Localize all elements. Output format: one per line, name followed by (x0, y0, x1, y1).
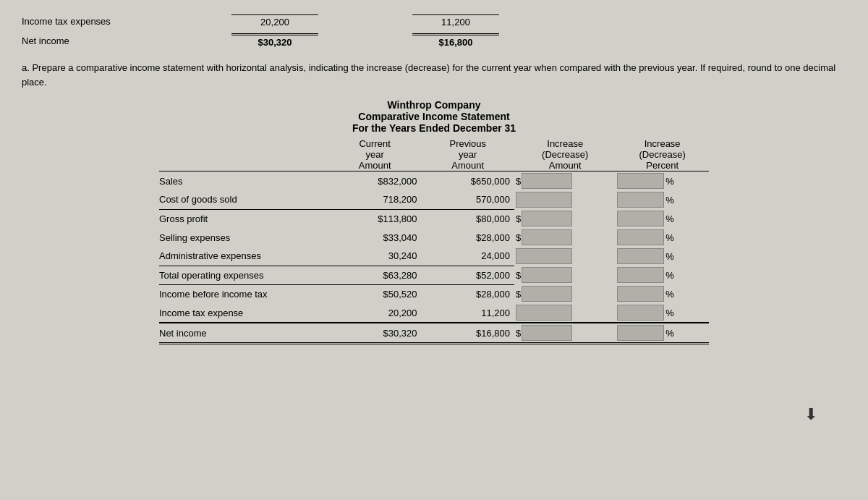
row-label: Total operating expenses (159, 266, 328, 284)
increase-percent-cell: % (616, 171, 709, 191)
increase-percent-cell: % (616, 266, 709, 284)
row-label: Administrative expenses (159, 247, 328, 266)
net-income-previous: $16,800 (412, 33, 499, 48)
income-tax-label: Income tax expenses (22, 16, 166, 27)
increase-percent-cell: % (616, 303, 709, 323)
current-amount: $33,040 (328, 228, 422, 247)
income-tax-current: 20,200 (231, 14, 318, 27)
table-row: Selling expenses$33,040$28,000$% (159, 228, 709, 247)
increase-percent-input[interactable] (617, 325, 664, 341)
percent-symbol: % (665, 176, 674, 187)
increase-amount-input[interactable] (522, 229, 572, 245)
percent-symbol: % (665, 270, 674, 281)
net-income-current: $30,320 (231, 33, 318, 48)
increase-amount-input[interactable] (516, 305, 572, 321)
col-increase-percent-header: Increase (Decrease) Percent (616, 138, 709, 171)
increase-amount-input[interactable] (522, 211, 572, 226)
dollar-sign: $ (516, 232, 521, 243)
increase-percent-input[interactable] (617, 229, 664, 245)
increase-amount-cell: $ (514, 284, 616, 303)
cursor-arrow: ⬇ (804, 405, 817, 424)
percent-symbol: % (665, 289, 674, 300)
table-row: Income tax expense20,20011,200% (159, 303, 709, 323)
previous-amount: $28,000 (421, 228, 514, 247)
increase-percent-cell: % (616, 228, 709, 247)
table-row: Gross profit$113,800$80,000$% (159, 209, 709, 228)
table-row: Total operating expenses$63,280$52,000$% (159, 266, 709, 284)
table-row: Net income$30,320$16,800$% (159, 323, 709, 344)
increase-percent-input[interactable] (617, 173, 664, 189)
row-label: Cost of goods sold (159, 190, 328, 209)
statement-title: Comparative Income Statement (358, 111, 509, 122)
col-increase-amount-header: Increase (Decrease) Amount (514, 138, 616, 171)
increase-amount-cell: $ (514, 323, 616, 344)
table-row: Administrative expenses30,24024,000% (159, 247, 709, 266)
previous-amount: $52,000 (421, 266, 514, 284)
increase-amount-cell (514, 303, 616, 323)
current-amount: 20,200 (328, 303, 422, 323)
increase-amount-cell (514, 190, 616, 209)
previous-amount: $80,000 (421, 209, 514, 228)
increase-amount-input[interactable] (516, 192, 572, 208)
dollar-sign: $ (516, 328, 521, 339)
current-amount: 718,200 (328, 190, 422, 209)
percent-symbol: % (665, 328, 674, 339)
increase-amount-cell: $ (514, 171, 616, 191)
table-row: Income before income tax$50,520$28,000$% (159, 284, 709, 303)
increase-amount-input[interactable] (522, 325, 572, 341)
percent-symbol: % (665, 308, 674, 318)
statement-date: For the Years Ended December 31 (352, 122, 516, 134)
row-label: Selling expenses (159, 228, 328, 247)
increase-percent-input[interactable] (617, 248, 664, 264)
previous-amount: $28,000 (421, 284, 514, 303)
increase-amount-cell: $ (514, 266, 616, 284)
increase-amount-input[interactable] (522, 267, 572, 283)
table-row: Cost of goods sold718,200570,000% (159, 190, 709, 209)
previous-amount: 11,200 (421, 303, 514, 323)
previous-amount: $650,000 (421, 171, 514, 191)
comparative-table: Current year Amount Previous year Amount… (159, 138, 709, 344)
increase-percent-cell: % (616, 284, 709, 303)
table-row: Sales$832,000$650,000$% (159, 171, 709, 191)
row-label: Net income (159, 323, 328, 344)
increase-percent-input[interactable] (617, 192, 664, 208)
company-name: Winthrop Company (388, 99, 481, 111)
income-tax-previous: 11,200 (412, 14, 499, 27)
increase-amount-cell: $ (514, 228, 616, 247)
current-amount: $50,520 (328, 284, 422, 303)
increase-percent-cell: % (616, 190, 709, 209)
current-amount: $63,280 (328, 266, 422, 284)
increase-amount-input[interactable] (516, 248, 572, 264)
row-label: Income before income tax (159, 284, 328, 303)
dollar-sign: $ (516, 270, 521, 281)
increase-amount-input[interactable] (522, 173, 572, 189)
instruction-text: a. Prepare a comparative income statemen… (22, 61, 846, 89)
current-amount: $30,320 (328, 323, 422, 344)
previous-amount: $16,800 (421, 323, 514, 344)
dollar-sign: $ (516, 176, 521, 187)
increase-percent-input[interactable] (617, 305, 664, 321)
current-amount: $832,000 (328, 171, 422, 191)
percent-symbol: % (665, 213, 674, 224)
increase-amount-cell (514, 247, 616, 266)
col-previous-header: Previous year Amount (421, 138, 514, 171)
increase-amount-cell: $ (514, 209, 616, 228)
increase-percent-cell: % (616, 247, 709, 266)
percent-symbol: % (665, 251, 674, 262)
previous-amount: 570,000 (421, 190, 514, 209)
percent-symbol: % (665, 195, 674, 205)
increase-percent-input[interactable] (617, 267, 664, 283)
increase-percent-input[interactable] (617, 286, 664, 302)
column-header-row: Current year Amount Previous year Amount… (159, 138, 709, 171)
increase-percent-input[interactable] (617, 211, 664, 226)
current-amount: 30,240 (328, 247, 422, 266)
increase-amount-input[interactable] (522, 286, 572, 302)
increase-percent-cell: % (616, 323, 709, 344)
current-amount: $113,800 (328, 209, 422, 228)
net-income-top-label: Net income (22, 35, 166, 46)
col-current-header: Current year Amount (328, 138, 422, 171)
previous-amount: 24,000 (421, 247, 514, 266)
increase-percent-cell: % (616, 209, 709, 228)
row-label: Gross profit (159, 209, 328, 228)
dollar-sign: $ (516, 213, 521, 224)
